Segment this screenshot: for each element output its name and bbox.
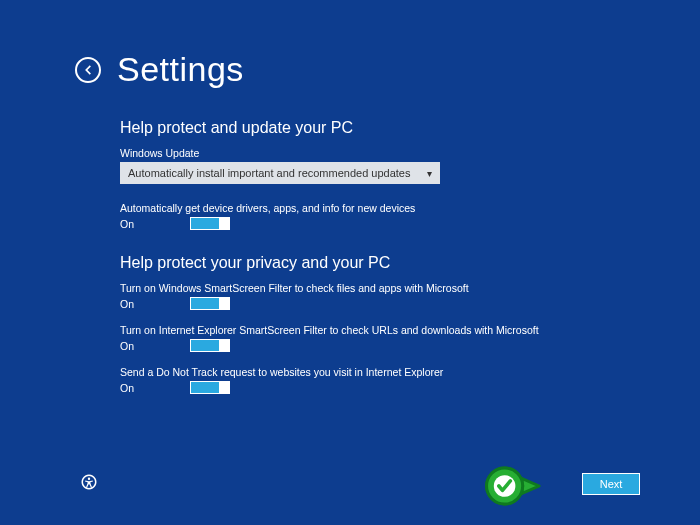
ease-of-access-icon [80, 473, 98, 491]
toggle-state: On [120, 382, 140, 394]
chevron-down-icon: ▾ [427, 168, 432, 179]
page-title: Settings [117, 50, 244, 89]
windows-update-label: Windows Update [80, 147, 640, 159]
option-desc: Automatically get device drivers, apps, … [120, 202, 640, 214]
next-button-label: Next [600, 478, 623, 490]
footer: Next [80, 473, 640, 495]
windows-update-selected: Automatically install important and reco… [128, 167, 410, 179]
toggle-do-not-track[interactable] [190, 381, 230, 394]
section-heading-update: Help protect and update your PC [80, 119, 640, 137]
toggle-state: On [120, 340, 140, 352]
header: Settings [75, 50, 640, 89]
option-do-not-track: Send a Do Not Track request to websites … [80, 366, 640, 394]
next-button[interactable]: Next [582, 473, 640, 495]
ease-of-access-button[interactable] [80, 473, 98, 495]
option-desc: Send a Do Not Track request to websites … [120, 366, 640, 378]
section-heading-privacy: Help protect your privacy and your PC [80, 254, 640, 272]
option-desc: Turn on Internet Explorer SmartScreen Fi… [120, 324, 640, 336]
toggle-state: On [120, 298, 140, 310]
option-desc: Turn on Windows SmartScreen Filter to ch… [120, 282, 640, 294]
arrow-left-icon [81, 63, 95, 77]
toggle-knob [219, 218, 229, 229]
toggle-knob [219, 382, 229, 393]
toggle-state: On [120, 218, 140, 230]
toggle-knob [219, 340, 229, 351]
toggle-smartscreen-ie[interactable] [190, 339, 230, 352]
windows-update-select[interactable]: Automatically install important and reco… [120, 162, 440, 184]
option-smartscreen-ie: Turn on Internet Explorer SmartScreen Fi… [80, 324, 640, 352]
option-device-drivers: Automatically get device drivers, apps, … [80, 202, 640, 230]
toggle-smartscreen-windows[interactable] [190, 297, 230, 310]
option-smartscreen-windows: Turn on Windows SmartScreen Filter to ch… [80, 282, 640, 310]
toggle-device-drivers[interactable] [190, 217, 230, 230]
toggle-knob [219, 298, 229, 309]
back-button[interactable] [75, 57, 101, 83]
settings-screen: Settings Help protect and update your PC… [0, 0, 700, 525]
